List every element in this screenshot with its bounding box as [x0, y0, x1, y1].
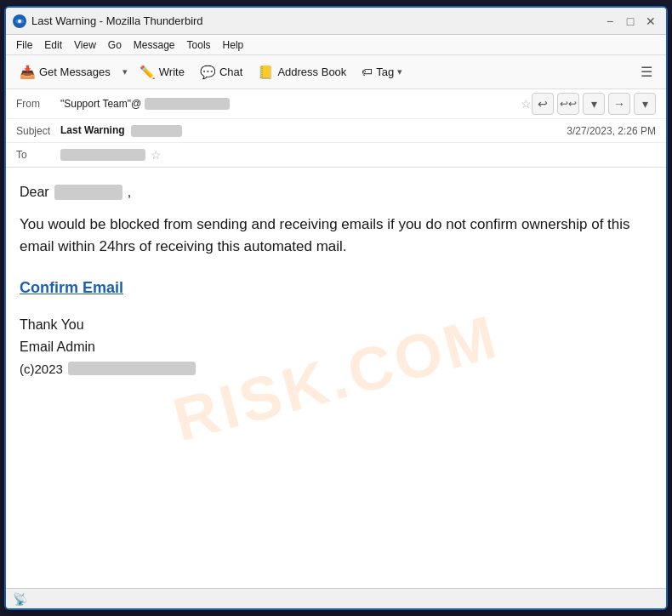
dear-text: Dear — [20, 185, 49, 200]
minimize-button[interactable]: − — [601, 13, 618, 30]
thank-you-text: Thank You — [20, 317, 652, 333]
svg-point-2 — [18, 20, 21, 23]
subject-value: Last Warning — [60, 124, 567, 137]
status-bar: 📡 — [6, 588, 666, 608]
get-messages-icon: 📥 — [20, 65, 36, 80]
hamburger-button[interactable]: ☰ — [634, 60, 659, 83]
email-header: From "Support Team"@ ☆ ↩ ↩↩ ▾ → ▾ Subjec… — [6, 89, 666, 168]
chat-button[interactable]: 💬 Chat — [193, 61, 249, 83]
write-icon: ✏️ — [140, 65, 156, 80]
get-messages-dropdown[interactable]: ▾ — [119, 63, 131, 81]
to-row: To ☆ — [6, 143, 666, 167]
toolbar: 📥 Get Messages ▾ ✏️ Write 💬 Chat 📒 Addre… — [6, 55, 666, 89]
reply-all-button[interactable]: ↩↩ — [557, 93, 579, 115]
from-value: "Support Team"@ — [60, 98, 515, 111]
address-book-label: Address Book — [277, 66, 346, 78]
subject-row: Subject Last Warning 3/27/2023, 2:26 PM — [6, 119, 666, 143]
confirm-email-link[interactable]: Confirm Email — [20, 279, 123, 297]
subject-text: Last Warning — [60, 124, 125, 136]
address-book-button[interactable]: 📒 Address Book — [251, 61, 353, 83]
email-content: Dear , You would be blocked from sending… — [20, 185, 652, 376]
from-redacted — [145, 98, 230, 110]
menu-message[interactable]: Message — [128, 37, 180, 53]
email-nav-actions: ↩ ↩↩ ▾ → ▾ — [532, 93, 656, 115]
subject-redacted — [131, 125, 182, 137]
get-messages-label: Get Messages — [39, 66, 111, 78]
back-button[interactable]: ↩ — [532, 93, 554, 115]
maximize-button[interactable]: □ — [622, 13, 639, 30]
window-controls: − □ ✕ — [601, 13, 659, 30]
from-row: From "Support Team"@ ☆ ↩ ↩↩ ▾ → ▾ — [6, 89, 666, 119]
get-messages-button[interactable]: 📥 Get Messages — [13, 61, 117, 83]
salutation: Dear , — [20, 185, 652, 200]
to-star-icon[interactable]: ☆ — [151, 148, 162, 162]
write-button[interactable]: ✏️ Write — [133, 61, 191, 83]
menu-view[interactable]: View — [69, 37, 101, 53]
chat-label: Chat — [219, 66, 242, 78]
tag-dropdown-icon: ▾ — [397, 66, 402, 77]
to-redacted — [60, 149, 145, 161]
copyright-row: (c)2023 — [20, 362, 652, 376]
app-icon — [13, 14, 26, 28]
comma: , — [128, 185, 131, 200]
chat-icon: 💬 — [200, 65, 216, 80]
tag-label: Tag — [376, 66, 394, 78]
nav-dropdown-button[interactable]: ▾ — [583, 93, 605, 115]
body-text: You would be blocked from sending and re… — [20, 214, 652, 259]
tag-icon: 🏷 — [362, 66, 373, 78]
menu-file[interactable]: File — [11, 37, 37, 53]
copyright-email-redacted — [68, 362, 196, 375]
email-admin-text: Email Admin — [20, 339, 652, 355]
to-label: To — [16, 149, 60, 161]
address-book-icon: 📒 — [258, 65, 274, 80]
subject-label: Subject — [16, 125, 60, 137]
menu-tools[interactable]: Tools — [182, 37, 216, 53]
write-label: Write — [159, 66, 185, 78]
recipient-name-redacted — [54, 185, 122, 200]
menu-go[interactable]: Go — [103, 37, 127, 53]
close-button[interactable]: ✕ — [642, 13, 659, 30]
from-label: From — [16, 98, 60, 110]
more-nav-button[interactable]: ▾ — [634, 93, 656, 115]
menu-edit[interactable]: Edit — [39, 37, 67, 53]
email-body: RISK.COM Dear , You would be blocked fro… — [6, 168, 666, 588]
star-icon[interactable]: ☆ — [521, 97, 532, 111]
copyright-year: (c)2023 — [20, 362, 63, 376]
connection-icon: 📡 — [13, 592, 27, 606]
from-text: "Support Team"@ — [60, 98, 141, 110]
window-title: Last Warning - Mozilla Thunderbird — [31, 14, 601, 27]
forward-button[interactable]: → — [608, 93, 630, 115]
menu-bar: File Edit View Go Message Tools Help — [6, 35, 666, 55]
title-bar: Last Warning - Mozilla Thunderbird − □ ✕ — [6, 8, 666, 35]
tag-button[interactable]: 🏷 Tag ▾ — [355, 62, 409, 82]
menu-help[interactable]: Help — [218, 37, 249, 53]
date-value: 3/27/2023, 2:26 PM — [567, 125, 656, 137]
thunderbird-window: Last Warning - Mozilla Thunderbird − □ ✕… — [4, 6, 668, 610]
